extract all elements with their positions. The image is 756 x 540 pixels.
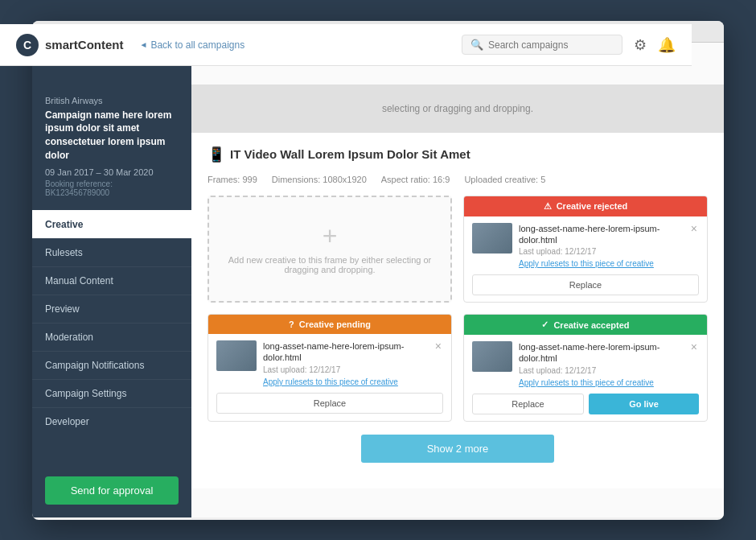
sidebar-item-creative[interactable]: Creative [32, 210, 191, 238]
frame-section: 📱 IT Video Wall Lorem Ipsum Dolor Sit Am… [191, 133, 724, 488]
rejected-warning-icon: ⚠ [544, 201, 552, 212]
frame-dimensions: Dimensions: 1080x1920 [272, 175, 367, 184]
creative-filename-accepted: long-asset-name-here-lorem-ipsum-dolor.h… [519, 341, 683, 365]
app-header: C smartContent ◄ Back to all campaigns 🔍… [32, 24, 692, 66]
creative-item-body-rejected: long-asset-name-here-lorem-ipsum-dolor.h… [464, 216, 707, 303]
close-icon-rejected[interactable]: × [689, 223, 699, 234]
status-bar-rejected: ⚠ Creative rejected [464, 196, 707, 216]
creative-thumb-pending [216, 340, 257, 371]
creative-info-accepted: long-asset-name-here-lorem-ipsum-dolor.h… [519, 341, 683, 387]
sidebar-item-campaign-notifications[interactable]: Campaign Notifications [32, 351, 191, 379]
creative-ruleset-link-pending[interactable]: Apply rulesets to this piece of creative [263, 377, 427, 386]
frame-title: IT Video Wall Lorem Ipsum Dolor Sit Amet [230, 147, 470, 161]
sidebar-item-manual-content[interactable]: Manual Content [32, 266, 191, 295]
frame-icon: 📱 [207, 146, 225, 163]
sidebar-item-campaign-settings[interactable]: Campaign Settings [32, 379, 191, 407]
go-live-row: Replace Go live [472, 394, 699, 414]
upload-top-area: selecting or dragging and dropping. [191, 85, 724, 133]
creative-item-row-pending: long-asset-name-here-lorem-ipsum-dolor.h… [216, 340, 443, 386]
creative-card-accepted: ✓ Creative accepted long-asset-name-here… [463, 314, 708, 422]
add-creative-box[interactable]: + Add new creative to this frame by eith… [207, 196, 452, 303]
creative-filename-pending: long-asset-name-here-lorem-ipsum-dolor.h… [263, 340, 427, 364]
creative-info-rejected: long-asset-name-here-lorem-ipsum-dolor.h… [519, 223, 683, 269]
frame-meta: Frames: 999 Dimensions: 1080x1920 Aspect… [207, 175, 708, 184]
sidebar-info: British Airways Campaign name here lorem… [32, 85, 191, 205]
replace-button-accepted[interactable]: Replace [472, 394, 584, 414]
go-live-button[interactable]: Go live [589, 394, 699, 414]
creative-info-pending: long-asset-name-here-lorem-ipsum-dolor.h… [263, 340, 427, 386]
creative-thumb-accepted [472, 341, 512, 372]
back-link[interactable]: ◄ Back to all campaigns [140, 39, 245, 51]
sidebar-campaign-name: Campaign name here lorem ipsum dolor sit… [45, 109, 179, 163]
search-input[interactable] [488, 39, 614, 51]
search-icon: 🔍 [470, 39, 483, 51]
logo-area: C smartContent [32, 34, 124, 56]
show-more-button[interactable]: Show 2 more [361, 435, 554, 463]
sidebar-booking-ref: Booking reference: BK123456789000 [45, 179, 179, 197]
search-box: 🔍 [462, 35, 622, 55]
creative-card-rejected: ⚠ Creative rejected long-asset-name-here… [463, 196, 708, 303]
accepted-check-icon: ✓ [541, 319, 549, 330]
sidebar: British Airways Campaign name here lorem… [32, 43, 191, 517]
creative-upload-date-rejected: Last upload: 12/12/17 [519, 247, 683, 256]
close-icon-accepted[interactable]: × [689, 341, 699, 352]
creative-filename-rejected: long-asset-name-here-lorem-ipsum-dolor.h… [519, 223, 683, 246]
replace-button-pending[interactable]: Replace [216, 393, 443, 414]
creative-upload-date-accepted: Last upload: 12/12/17 [519, 366, 683, 375]
sidebar-nav: Creative Rulesets Manual Content Preview… [32, 210, 191, 435]
frame-title-row: 📱 IT Video Wall Lorem Ipsum Dolor Sit Am… [207, 146, 708, 163]
sidebar-item-preview[interactable]: Preview [32, 295, 191, 323]
pending-question-icon: ? [289, 319, 294, 329]
send-approval-button[interactable]: Send for approval [45, 476, 179, 505]
add-creative-plus-icon: + [323, 223, 338, 249]
creative-upload-date-pending: Last upload: 12/12/17 [263, 365, 427, 374]
gear-icon[interactable]: ⚙ [634, 36, 647, 54]
creative-item-body-pending: long-asset-name-here-lorem-ipsum-dolor.h… [208, 334, 451, 420]
creative-thumb-rejected [472, 223, 512, 254]
logo-text: smartContent [45, 38, 124, 52]
close-icon-pending[interactable]: × [433, 340, 443, 352]
status-bar-pending: ? Creative pending [208, 315, 451, 334]
sidebar-footer: Send for approval [32, 464, 191, 517]
sidebar-item-developer[interactable]: Developer [32, 407, 191, 435]
header-icons: ⚙ 🔔 [634, 36, 676, 54]
bell-icon[interactable]: 🔔 [658, 36, 676, 54]
creative-ruleset-link-rejected[interactable]: Apply rulesets to this piece of creative [519, 259, 683, 268]
creative-grid: + Add new creative to this frame by eith… [207, 196, 708, 422]
sidebar-dates: 09 Jan 2017 – 30 Mar 2020 [45, 167, 179, 177]
status-bar-accepted: ✓ Creative accepted [464, 315, 707, 335]
show-more-container: Show 2 more [207, 422, 708, 476]
frame-frames: Frames: 999 [207, 175, 257, 184]
add-creative-text: Add new creative to this frame by either… [225, 255, 434, 274]
sidebar-item-moderation[interactable]: Moderation [32, 323, 191, 351]
sidebar-item-rulesets[interactable]: Rulesets [32, 238, 191, 266]
frame-uploaded: Uploaded creative: 5 [464, 175, 545, 184]
logo-icon: C [32, 34, 39, 56]
creative-item-row-accepted: long-asset-name-here-lorem-ipsum-dolor.h… [472, 341, 699, 387]
creative-ruleset-link-accepted[interactable]: Apply rulesets to this piece of creative [519, 378, 683, 387]
replace-button-rejected[interactable]: Replace [472, 274, 699, 295]
sidebar-client: British Airways [45, 96, 179, 105]
creative-item-row: long-asset-name-here-lorem-ipsum-dolor.h… [472, 223, 699, 269]
creative-item-body-accepted: long-asset-name-here-lorem-ipsum-dolor.h… [464, 335, 707, 421]
frame-aspect-ratio: Aspect ratio: 16:9 [381, 175, 450, 184]
back-arrow-icon: ◄ [140, 40, 148, 49]
main-content: selecting or dragging and dropping. 📱 IT… [191, 43, 724, 517]
creative-card-pending: ? Creative pending long-asset-name-here-… [207, 314, 452, 422]
